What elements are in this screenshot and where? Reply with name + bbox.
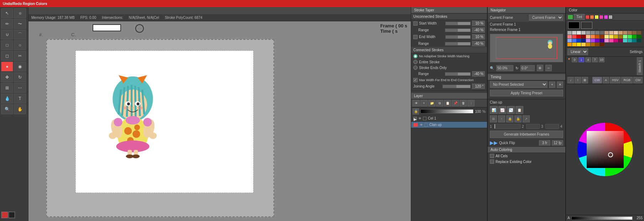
layer-tool-copy[interactable]: 📋 [444,100,451,106]
hs-1[interactable] [567,43,572,46]
linear-dropdown[interactable]: Linear [567,48,588,55]
zoom-tool[interactable]: 🔍 [1,104,13,114]
arc-tool[interactable]: ⌒ [14,30,26,40]
all-cels-cb[interactable] [490,154,494,158]
layer-icon-2[interactable]: ↑ [498,115,505,122]
layer-item-cel1[interactable]: ▶ 👁 Cel 1 [411,115,487,122]
mode-icon-2[interactable]: ↑ [575,77,581,83]
range-slider-2[interactable] [445,42,471,46]
cut-tool[interactable]: ✂ [14,51,26,61]
quickflip-fr-input[interactable] [539,140,550,146]
cs-23[interactable] [595,39,600,42]
replace-existing-cb[interactable] [490,159,494,164]
cs-14[interactable] [628,35,632,38]
gs-16[interactable] [637,31,641,35]
cs-19[interactable] [577,39,581,42]
layer-tool-dup[interactable]: ⧉ [436,100,443,106]
cs-3[interactable] [577,35,581,38]
radio-stroke-ends[interactable] [413,65,418,70]
cs-26[interactable] [609,39,613,42]
color-swatch-black[interactable] [9,212,15,218]
mode-a[interactable]: A [603,77,609,83]
radio-no-adaptive[interactable] [413,54,418,58]
cs-10[interactable] [609,35,613,38]
cs-16[interactable] [637,35,641,38]
curve-tool[interactable]: ∪ [1,30,13,40]
cs-15[interactable] [632,35,637,38]
gs-1[interactable] [567,31,572,35]
gs-8[interactable] [600,31,604,35]
rect-tool[interactable]: □ [1,40,13,50]
select-tool[interactable]: ↖ [1,8,13,18]
cs-28[interactable] [618,39,623,42]
gs-12[interactable] [618,31,623,35]
hs-3[interactable] [577,43,581,46]
swatch-magenta[interactable] [604,15,608,19]
radio-stroke-ends-row[interactable]: Stroke Ends Only [411,65,487,70]
gs-10[interactable] [609,31,613,35]
radio-entire-stroke-row[interactable]: Entire Stroke [411,59,487,65]
ref-num-4[interactable]: 4 [585,57,591,62]
timing-preset-dropdown[interactable]: No Preset Selected [490,81,548,88]
layer-icon-4[interactable]: 🔓 [514,115,522,122]
clan-icon-3[interactable]: 📉 [507,106,515,114]
color-preview-2[interactable] [581,22,592,29]
layer-icon-3[interactable]: 🔒 [506,115,513,122]
frame-dropdown[interactable]: Current Frame [529,15,563,21]
hs-2[interactable] [572,43,576,46]
gs-9[interactable] [604,31,609,35]
nav-flip-btn[interactable]: ↔ [545,65,552,71]
end-width-slider[interactable] [445,35,471,39]
mode-cw[interactable]: CW [592,77,602,83]
warp-tool[interactable]: ⋯ [14,83,26,93]
layer-lock[interactable]: 🔒 [413,108,419,115]
lasso-tool[interactable]: ⌾ [14,8,26,18]
cs-8[interactable] [600,35,604,38]
transform-tool[interactable]: ⊞ [1,83,13,93]
end-width-cb[interactable] [413,35,418,39]
color-swatch-red[interactable] [1,212,8,218]
cs-17[interactable] [567,39,572,42]
cs-20[interactable] [581,39,586,42]
eyedrop-tool[interactable]: 💧 [1,94,13,104]
cs-13[interactable] [623,35,627,38]
cs-6[interactable] [591,35,595,38]
start-width-slider[interactable] [445,22,471,25]
gs-13[interactable] [623,31,627,35]
generate-btn[interactable]: Generate Inbetween Frames [490,131,563,138]
layer-icon-5[interactable]: ↗ [523,115,530,122]
mode-hsv[interactable]: HSV [610,77,621,83]
hs-8[interactable] [600,43,604,46]
hs-4[interactable] [581,43,586,46]
gs-7[interactable] [595,31,600,35]
cs-25[interactable] [604,39,609,42]
layer-eye-icon[interactable]: 👁 [418,117,422,120]
max-width-cb[interactable] [413,78,418,82]
cs-32[interactable] [637,39,641,42]
layer-tool-eye[interactable]: 👁 [413,100,420,106]
zoom-input[interactable] [496,65,513,71]
quickflip-fps-input[interactable] [552,140,563,146]
swatch-gray[interactable] [608,15,613,19]
range-slider-1[interactable] [445,28,471,32]
angle-input[interactable] [520,65,535,71]
cs-1[interactable] [567,35,572,38]
gs-14[interactable] [628,31,632,35]
cs-7[interactable] [595,35,600,38]
ref-num-1[interactable]: 1 [578,57,584,62]
mode-icon-1[interactable]: ↓ [567,77,574,83]
text-tool[interactable]: T [14,94,26,104]
gs-15[interactable] [632,31,637,35]
ref-num-0[interactable]: 0 [572,57,577,62]
cs-4[interactable] [581,35,586,38]
ref-num-7[interactable]: 7 [592,57,598,62]
mode-rgb[interactable]: RGB [621,77,633,83]
swatch-red[interactable] [585,15,590,19]
stroke-taper-tab[interactable]: Stroke Taper [411,7,487,14]
circle-tool[interactable]: ○ [14,40,26,50]
layer-tab[interactable]: Layer [411,93,487,99]
layer-icon-1[interactable]: ⧉ [490,115,497,122]
clan-icon-4[interactable]: 📋 [515,106,523,114]
color-preview-1[interactable] [568,22,580,29]
swatch-orange[interactable] [590,15,594,19]
